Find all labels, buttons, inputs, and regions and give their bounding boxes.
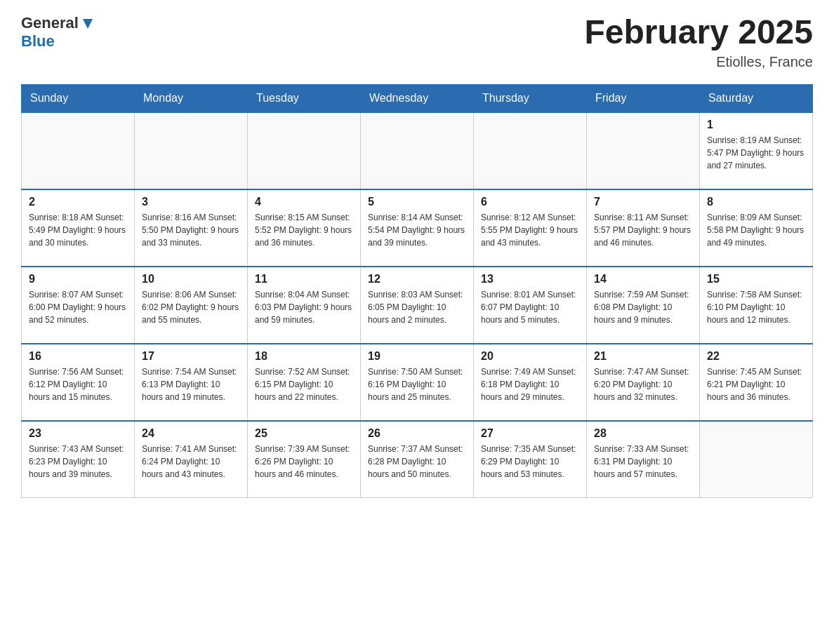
calendar-cell: 28Sunrise: 7:33 AM Sunset: 6:31 PM Dayli… [587,421,700,498]
day-number: 14 [594,273,692,286]
day-number: 24 [142,427,240,440]
calendar-cell: 6Sunrise: 8:12 AM Sunset: 5:55 PM Daylig… [474,189,587,267]
calendar-cell: 14Sunrise: 7:59 AM Sunset: 6:08 PM Dayli… [587,267,700,344]
calendar-cell: 3Sunrise: 8:16 AM Sunset: 5:50 PM Daylig… [135,189,248,267]
day-number: 18 [255,350,353,363]
day-info: Sunrise: 8:16 AM Sunset: 5:50 PM Dayligh… [142,211,240,249]
calendar-cell: 23Sunrise: 7:43 AM Sunset: 6:23 PM Dayli… [22,421,135,498]
header-friday: Friday [587,84,700,112]
week-row-5: 23Sunrise: 7:43 AM Sunset: 6:23 PM Dayli… [22,421,813,498]
day-info: Sunrise: 7:41 AM Sunset: 6:24 PM Dayligh… [142,443,240,481]
day-info: Sunrise: 8:14 AM Sunset: 5:54 PM Dayligh… [368,211,466,249]
day-number: 9 [29,273,127,286]
calendar-cell: 10Sunrise: 8:06 AM Sunset: 6:02 PM Dayli… [135,267,248,344]
day-number: 21 [594,350,692,363]
day-number: 20 [481,350,579,363]
calendar-cell: 22Sunrise: 7:45 AM Sunset: 6:21 PM Dayli… [700,344,813,421]
day-info: Sunrise: 7:49 AM Sunset: 6:18 PM Dayligh… [481,365,579,403]
day-info: Sunrise: 7:58 AM Sunset: 6:10 PM Dayligh… [707,288,805,326]
header-saturday: Saturday [700,84,813,112]
calendar-cell [22,112,135,189]
calendar-cell: 7Sunrise: 8:11 AM Sunset: 5:57 PM Daylig… [587,189,700,267]
calendar-cell: 16Sunrise: 7:56 AM Sunset: 6:12 PM Dayli… [22,344,135,421]
day-info: Sunrise: 7:37 AM Sunset: 6:28 PM Dayligh… [368,443,466,481]
week-row-2: 2Sunrise: 8:18 AM Sunset: 5:49 PM Daylig… [22,189,813,267]
day-info: Sunrise: 8:09 AM Sunset: 5:58 PM Dayligh… [707,211,805,249]
day-number: 15 [707,273,805,286]
header-wednesday: Wednesday [361,84,474,112]
day-number: 22 [707,350,805,363]
day-number: 13 [481,273,579,286]
calendar-cell: 11Sunrise: 8:04 AM Sunset: 6:03 PM Dayli… [248,267,361,344]
day-number: 11 [255,273,353,286]
day-info: Sunrise: 8:06 AM Sunset: 6:02 PM Dayligh… [142,288,240,326]
day-info: Sunrise: 8:07 AM Sunset: 6:00 PM Dayligh… [29,288,127,326]
day-number: 17 [142,350,240,363]
day-info: Sunrise: 7:47 AM Sunset: 6:20 PM Dayligh… [594,365,692,403]
calendar-cell: 4Sunrise: 8:15 AM Sunset: 5:52 PM Daylig… [248,189,361,267]
calendar-cell [587,112,700,189]
calendar-cell: 1Sunrise: 8:19 AM Sunset: 5:47 PM Daylig… [700,112,813,189]
svg-marker-0 [83,19,93,29]
day-info: Sunrise: 8:18 AM Sunset: 5:49 PM Dayligh… [29,211,127,249]
day-number: 3 [142,196,240,208]
calendar-cell: 27Sunrise: 7:35 AM Sunset: 6:29 PM Dayli… [474,421,587,498]
calendar-cell: 5Sunrise: 8:14 AM Sunset: 5:54 PM Daylig… [361,189,474,267]
logo: General Blue [21,14,95,51]
calendar-cell: 17Sunrise: 7:54 AM Sunset: 6:13 PM Dayli… [135,344,248,421]
header-tuesday: Tuesday [248,84,361,112]
calendar-cell [135,112,248,189]
day-info: Sunrise: 8:04 AM Sunset: 6:03 PM Dayligh… [255,288,353,326]
day-number: 6 [481,196,579,208]
calendar-cell: 15Sunrise: 7:58 AM Sunset: 6:10 PM Dayli… [700,267,813,344]
day-number: 27 [481,427,579,440]
day-number: 26 [368,427,466,440]
header-thursday: Thursday [474,84,587,112]
header-row: SundayMondayTuesdayWednesdayThursdayFrid… [22,84,813,112]
day-info: Sunrise: 7:33 AM Sunset: 6:31 PM Dayligh… [594,443,692,481]
calendar-cell: 19Sunrise: 7:50 AM Sunset: 6:16 PM Dayli… [361,344,474,421]
calendar-cell: 25Sunrise: 7:39 AM Sunset: 6:26 PM Dayli… [248,421,361,498]
logo-triangle-icon [80,16,95,32]
day-number: 25 [255,427,353,440]
calendar-cell: 12Sunrise: 8:03 AM Sunset: 6:05 PM Dayli… [361,267,474,344]
day-info: Sunrise: 7:54 AM Sunset: 6:13 PM Dayligh… [142,365,240,403]
week-row-1: 1Sunrise: 8:19 AM Sunset: 5:47 PM Daylig… [22,112,813,189]
calendar-cell: 18Sunrise: 7:52 AM Sunset: 6:15 PM Dayli… [248,344,361,421]
week-row-3: 9Sunrise: 8:07 AM Sunset: 6:00 PM Daylig… [22,267,813,344]
calendar-cell [248,112,361,189]
day-info: Sunrise: 7:56 AM Sunset: 6:12 PM Dayligh… [29,365,127,403]
week-row-4: 16Sunrise: 7:56 AM Sunset: 6:12 PM Dayli… [22,344,813,421]
day-info: Sunrise: 8:11 AM Sunset: 5:57 PM Dayligh… [594,211,692,249]
day-info: Sunrise: 7:59 AM Sunset: 6:08 PM Dayligh… [594,288,692,326]
day-info: Sunrise: 7:52 AM Sunset: 6:15 PM Dayligh… [255,365,353,403]
day-info: Sunrise: 8:19 AM Sunset: 5:47 PM Dayligh… [707,134,805,172]
day-number: 5 [368,196,466,208]
header-monday: Monday [135,84,248,112]
day-info: Sunrise: 7:50 AM Sunset: 6:16 PM Dayligh… [368,365,466,403]
calendar-cell [474,112,587,189]
day-info: Sunrise: 8:15 AM Sunset: 5:52 PM Dayligh… [255,211,353,249]
calendar-cell: 24Sunrise: 7:41 AM Sunset: 6:24 PM Dayli… [135,421,248,498]
calendar-cell: 26Sunrise: 7:37 AM Sunset: 6:28 PM Dayli… [361,421,474,498]
calendar-cell: 9Sunrise: 8:07 AM Sunset: 6:00 PM Daylig… [22,267,135,344]
day-number: 7 [594,196,692,208]
calendar-table: SundayMondayTuesdayWednesdayThursdayFrid… [21,84,813,499]
day-info: Sunrise: 7:43 AM Sunset: 6:23 PM Dayligh… [29,443,127,481]
calendar-cell: 13Sunrise: 8:01 AM Sunset: 6:07 PM Dayli… [474,267,587,344]
calendar-cell [700,421,813,498]
day-info: Sunrise: 8:01 AM Sunset: 6:07 PM Dayligh… [481,288,579,326]
day-number: 8 [707,196,805,208]
day-number: 10 [142,273,240,286]
day-info: Sunrise: 8:03 AM Sunset: 6:05 PM Dayligh… [368,288,466,326]
day-number: 23 [29,427,127,440]
day-number: 19 [368,350,466,363]
day-number: 2 [29,196,127,208]
calendar-cell [361,112,474,189]
calendar-cell: 2Sunrise: 8:18 AM Sunset: 5:49 PM Daylig… [22,189,135,267]
location-label: Etiolles, France [584,54,813,70]
day-number: 12 [368,273,466,286]
day-number: 4 [255,196,353,208]
day-number: 1 [707,119,805,131]
calendar-cell: 20Sunrise: 7:49 AM Sunset: 6:18 PM Dayli… [474,344,587,421]
